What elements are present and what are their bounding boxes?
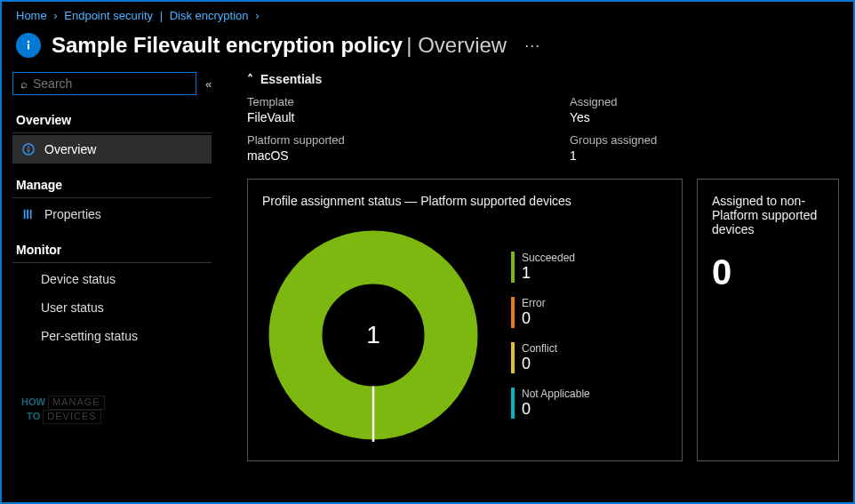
collapse-sidebar-button[interactable]: «: [202, 77, 215, 91]
donut-chart: 1: [262, 224, 484, 446]
nav-item-overview[interactable]: Overview: [12, 135, 212, 164]
info-icon: [16, 33, 41, 58]
nav-item-properties[interactable]: Properties: [12, 200, 212, 228]
legend-label: Succeeded: [522, 252, 575, 264]
nav-item-per-setting-status[interactable]: Per-setting status: [12, 322, 212, 350]
properties-icon: [21, 208, 36, 220]
nav-item-label: Per-setting status: [41, 329, 138, 343]
breadcrumb-home[interactable]: Home: [16, 9, 47, 22]
chevron-up-icon: ˄: [247, 72, 253, 86]
essentials-template: Template FileVault: [247, 95, 516, 124]
page-title: Sample Filevault encryption policy: [52, 33, 403, 57]
essentials-toggle[interactable]: ˄ Essentials: [247, 72, 839, 86]
svg-point-0: [28, 41, 30, 44]
legend-label: Conflict: [522, 342, 557, 355]
chart-legend: Succeeded 1 Error 0: [511, 252, 590, 419]
main-content: ˄ Essentials Template FileVault Assigned…: [222, 72, 853, 494]
breadcrumb: Home › Endpoint security | Disk encrypti…: [2, 2, 853, 26]
svg-rect-5: [24, 210, 26, 220]
chevron-right-icon: ›: [53, 9, 57, 22]
nav-item-label: User status: [41, 300, 104, 315]
info-icon: [21, 143, 36, 156]
non-platform-value: 0: [712, 252, 824, 292]
non-platform-card: Assigned to non-Platform supported devic…: [697, 179, 839, 461]
search-input[interactable]: [33, 76, 188, 91]
svg-rect-1: [28, 44, 29, 50]
chevron-right-icon: ›: [255, 9, 259, 22]
nav-item-label: Overview: [44, 142, 96, 156]
essentials-platform: Platform supported macOS: [247, 133, 516, 163]
nav-group-monitor: Monitor: [12, 237, 212, 263]
essentials-panel: Template FileVault Assigned Yes Platform…: [247, 95, 839, 163]
legend-not-applicable: Not Applicable 0: [511, 388, 590, 419]
nav-item-label: Properties: [44, 207, 101, 221]
legend-succeeded: Succeeded 1: [511, 252, 590, 283]
legend-value: 0: [522, 355, 557, 373]
essentials-platform-value: macOS: [247, 148, 516, 163]
svg-rect-7: [30, 210, 32, 220]
profile-assignment-card: Profile assignment status — Platform sup…: [247, 179, 683, 461]
essentials-template-value: FileVault: [247, 110, 516, 124]
essentials-groups-label: Groups assigned: [570, 133, 839, 147]
nav-group-manage: Manage: [12, 172, 212, 198]
legend-label: Error: [522, 297, 546, 309]
donut-center-value: 1: [262, 224, 484, 446]
essentials-platform-label: Platform supported: [247, 133, 516, 147]
page-header: Sample Filevault encryption policy | Ove…: [2, 26, 853, 72]
essentials-groups: Groups assigned 1: [570, 133, 839, 163]
nav-item-user-status[interactable]: User status: [12, 293, 212, 322]
legend-error: Error 0: [511, 297, 590, 328]
chevron-right-icon: |: [160, 9, 163, 22]
page-subtitle: | Overview: [406, 33, 507, 57]
search-input-wrapper[interactable]: ⌕: [12, 72, 196, 95]
nav-item-label: Device status: [41, 272, 116, 286]
legend-conflict: Conflict 0: [511, 342, 590, 373]
essentials-template-label: Template: [247, 95, 516, 108]
essentials-assigned-value: Yes: [570, 110, 839, 124]
svg-point-3: [28, 147, 29, 148]
sidebar: ⌕ « Overview Overview Manage Properties …: [2, 72, 222, 494]
essentials-assigned-label: Assigned: [570, 95, 839, 108]
svg-rect-6: [27, 210, 28, 220]
breadcrumb-disk-encryption[interactable]: Disk encryption: [170, 9, 249, 22]
search-icon: ⌕: [20, 77, 28, 91]
nav-group-overview: Overview: [12, 108, 212, 133]
legend-value: 0: [522, 309, 546, 328]
legend-label: Not Applicable: [522, 388, 590, 400]
svg-rect-4: [28, 148, 28, 152]
nav-item-device-status[interactable]: Device status: [12, 265, 212, 293]
legend-value: 1: [522, 264, 575, 283]
non-platform-title: Assigned to non-Platform supported devic…: [712, 194, 824, 236]
essentials-groups-value: 1: [570, 148, 839, 163]
essentials-assigned: Assigned Yes: [570, 95, 839, 124]
chart-title: Profile assignment status — Platform sup…: [262, 194, 667, 208]
more-actions-button[interactable]: ···: [524, 36, 540, 55]
essentials-label: Essentials: [260, 72, 322, 86]
legend-value: 0: [522, 400, 590, 419]
breadcrumb-endpoint-security[interactable]: Endpoint security: [64, 9, 153, 22]
